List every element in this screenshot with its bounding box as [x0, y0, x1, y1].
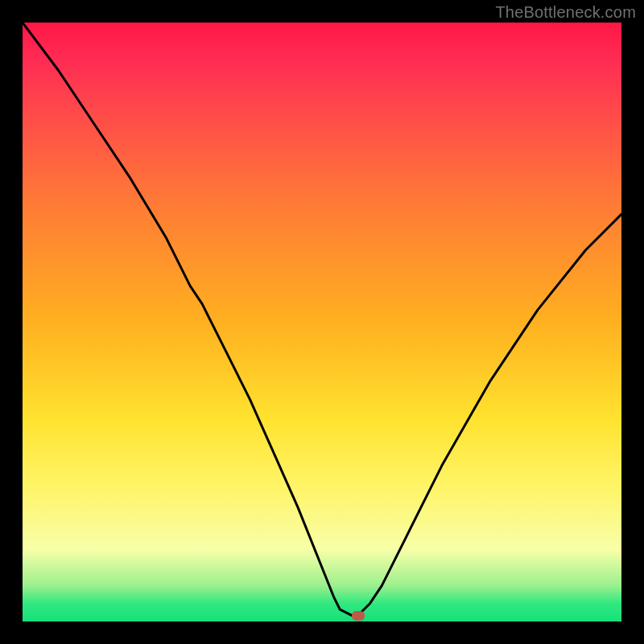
- chart-frame: TheBottleneck.com: [0, 0, 644, 644]
- bottleneck-curve: [23, 23, 621, 621]
- optimum-marker-icon: [352, 611, 365, 621]
- plot-area: [23, 23, 621, 621]
- watermark-text: TheBottleneck.com: [495, 3, 636, 22]
